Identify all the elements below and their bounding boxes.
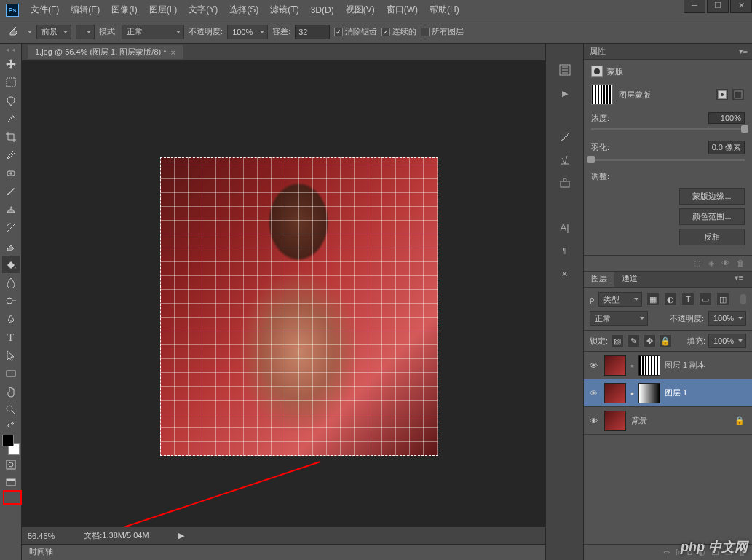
layer-blend-select[interactable]: 正常	[590, 311, 648, 326]
history-brush-tool[interactable]	[2, 219, 20, 237]
menu-type[interactable]: 文字(Y)	[183, 1, 223, 19]
canvas-image[interactable]	[160, 157, 438, 456]
path-selection-tool[interactable]	[2, 347, 20, 364]
feather-value[interactable]: 0.0 像素	[708, 141, 745, 154]
filter-type-icon[interactable]: T	[681, 293, 694, 306]
visibility-icon[interactable]: 👁	[587, 417, 600, 425]
lasso-tool[interactable]	[2, 92, 20, 109]
maximize-button[interactable]: ☐	[707, 0, 729, 13]
visibility-icon[interactable]: 👁	[587, 361, 600, 370]
menu-help[interactable]: 帮助(H)	[424, 1, 465, 19]
layer-thumbnail[interactable]	[604, 355, 626, 376]
link-layers-icon[interactable]: ⇔	[663, 548, 670, 557]
eyedropper-tool[interactable]	[2, 146, 20, 164]
screen-mode-toggle[interactable]	[2, 474, 20, 492]
density-value[interactable]: 100%	[708, 112, 745, 124]
antialias-checkbox[interactable]: ✓消除锯齿	[334, 26, 377, 37]
layer-name[interactable]: 图层 1	[665, 387, 687, 398]
layer-name[interactable]: 图层 1 副本	[665, 360, 705, 371]
invert-button[interactable]: 反相	[679, 229, 745, 245]
pixel-mask-button[interactable]	[716, 88, 729, 101]
color-swatches[interactable]	[2, 435, 20, 455]
filter-smart-icon[interactable]: ◫	[716, 293, 729, 306]
brush-presets-icon[interactable]	[556, 151, 574, 169]
clone-stamp-tool[interactable]	[2, 201, 20, 218]
zoom-tool[interactable]	[2, 401, 20, 419]
tolerance-input[interactable]: 32	[295, 25, 330, 39]
pattern-picker[interactable]	[76, 25, 95, 39]
toggle-mask-icon[interactable]: 👁	[721, 259, 729, 268]
filter-shape-icon[interactable]: ▭	[699, 293, 712, 306]
layer-item-bg[interactable]: 👁 背景 🔒	[584, 407, 752, 435]
swap-colors-icon[interactable]	[2, 419, 20, 431]
healing-brush-tool[interactable]	[2, 165, 20, 182]
menu-3d[interactable]: 3D(D)	[305, 2, 340, 18]
mask-edge-button[interactable]: 蒙版边缘...	[679, 188, 745, 205]
status-arrow-icon[interactable]: ▶	[178, 531, 184, 540]
layer-thumbnail[interactable]	[604, 411, 626, 431]
vector-mask-button[interactable]	[732, 88, 745, 101]
all-layers-checkbox[interactable]: 所有图层	[421, 26, 464, 37]
menu-view[interactable]: 视图(V)	[340, 1, 381, 19]
zoom-level[interactable]: 56.45%	[28, 532, 55, 540]
brush-panel-icon[interactable]	[556, 128, 574, 146]
eraser-tool[interactable]	[2, 237, 20, 255]
menu-edit[interactable]: 编辑(E)	[65, 1, 106, 19]
visibility-icon[interactable]: 👁	[587, 389, 600, 398]
properties-panel-header[interactable]: 属性 ▾≡	[584, 44, 752, 60]
tab-channels[interactable]: 通道	[614, 272, 645, 287]
canvas-viewport[interactable]	[22, 61, 545, 527]
opacity-input[interactable]: 100%	[227, 25, 268, 39]
tab-layers[interactable]: 图层	[584, 272, 614, 287]
layer-name[interactable]: 背景	[630, 415, 646, 426]
current-tool-icon[interactable]	[6, 23, 23, 41]
layer-item-1[interactable]: 👁 ▪ 图层 1	[584, 379, 752, 407]
rectangle-tool[interactable]	[2, 365, 20, 382]
document-tab[interactable]: 1.jpg @ 56.4% (图层 1, 图层蒙版/8) * ×	[28, 45, 183, 59]
pen-tool[interactable]	[2, 310, 20, 328]
quick-mask-toggle[interactable]	[2, 456, 20, 473]
contiguous-checkbox[interactable]: ✓连续的	[381, 26, 416, 37]
tool-presets-icon[interactable]: ✕	[556, 265, 574, 283]
apply-mask-icon[interactable]: ◈	[708, 259, 714, 268]
marquee-tool[interactable]	[2, 74, 20, 91]
close-document-icon[interactable]: ×	[171, 48, 175, 57]
menu-select[interactable]: 选择(S)	[223, 1, 264, 19]
crop-tool[interactable]	[2, 128, 20, 146]
lock-all-icon[interactable]: 🔒	[659, 334, 672, 347]
delete-mask-icon[interactable]: 🗑	[737, 259, 745, 268]
density-slider[interactable]	[591, 128, 745, 130]
toolbox-collapse-icon[interactable]: ◄◄	[5, 47, 17, 53]
character-panel-icon[interactable]: A|	[556, 218, 574, 236]
layer-item-copy[interactable]: 👁 ▪ 图层 1 副本	[584, 352, 752, 379]
menu-layer[interactable]: 图层(L)	[143, 1, 183, 19]
panel-menu-icon[interactable]: ▾≡	[739, 47, 748, 56]
filter-toggle[interactable]	[740, 294, 746, 304]
layer-mask-thumbnail[interactable]	[638, 355, 660, 376]
filter-adjust-icon[interactable]: ◐	[664, 293, 677, 306]
menu-file[interactable]: 文件(F)	[25, 1, 65, 19]
timeline-panel-tab[interactable]: 时间轴	[22, 544, 545, 560]
clone-source-icon[interactable]	[556, 175, 574, 192]
lock-transparent-icon[interactable]: ▨	[611, 334, 624, 347]
paint-bucket-tool[interactable]	[2, 256, 20, 273]
move-tool[interactable]	[2, 55, 20, 73]
foreground-color[interactable]	[2, 435, 14, 446]
menu-window[interactable]: 窗口(W)	[381, 1, 424, 19]
load-selection-icon[interactable]: ◌	[694, 259, 701, 268]
layer-opacity-input[interactable]: 100%	[708, 311, 746, 326]
type-tool[interactable]: T	[2, 328, 20, 346]
dodge-tool[interactable]	[2, 292, 20, 309]
hand-tool[interactable]	[2, 383, 20, 401]
layers-panel-menu-icon[interactable]: ▾≡	[730, 272, 748, 284]
blur-tool[interactable]	[2, 274, 20, 291]
layer-filter-select[interactable]: 类型	[598, 292, 642, 307]
minimize-button[interactable]: ─	[684, 0, 705, 13]
blend-mode-select[interactable]: 正常	[122, 25, 184, 39]
layer-thumbnail[interactable]	[604, 383, 626, 403]
feather-slider[interactable]	[591, 159, 745, 161]
menu-image[interactable]: 图像(I)	[106, 1, 143, 19]
actions-panel-icon[interactable]: ▶	[556, 84, 574, 102]
lock-position-icon[interactable]: ✥	[643, 334, 656, 347]
filter-pixel-icon[interactable]: ▦	[646, 293, 660, 306]
